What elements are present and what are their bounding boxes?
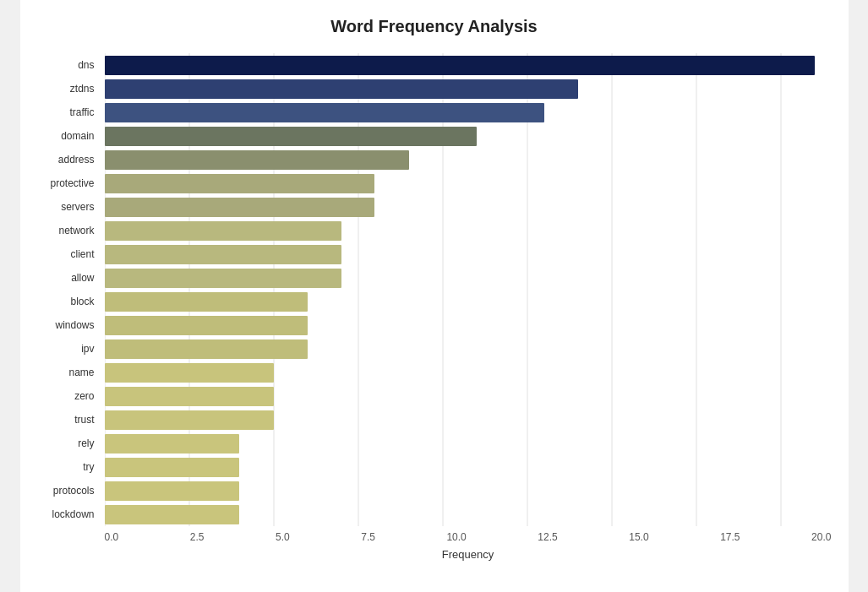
chart-title: Word Frequency Analysis [37,17,832,36]
bar-try [105,458,240,477]
bar-block [105,292,308,312]
y-label-trust: trust [74,408,97,432]
x-ticks: 0.02.55.07.510.012.515.017.520.0 [105,531,832,543]
bar-ipv [105,339,308,359]
y-label-ztdns: ztdns [70,77,98,100]
x-tick-0: 0.0 [105,531,119,543]
bar-row-protective [105,171,832,195]
bar-row-try [105,455,832,479]
bar-protocols [105,481,240,501]
bar-protective [105,174,375,193]
x-axis-title: Frequency [105,548,832,561]
bar-row-client [105,242,832,266]
bar-lockdown [105,505,240,524]
y-label-client: client [70,242,97,266]
y-label-servers: servers [61,195,97,219]
bar-row-address [105,148,832,171]
bar-servers [105,198,375,217]
x-axis-area: 0.02.55.07.510.012.515.017.520.0 Frequen… [105,531,832,561]
y-label-block: block [70,290,97,313]
chart-area: dnsztdnstrafficdomainaddressprotectivese… [37,53,832,526]
bar-allow [105,269,341,288]
bar-row-windows [105,313,832,337]
bar-row-zero [105,384,832,408]
bar-row-lockdown [105,502,832,526]
x-tick-7.5: 7.5 [361,531,375,543]
bar-ztdns [105,79,578,99]
y-labels: dnsztdnstrafficdomainaddressprotectivese… [37,53,105,526]
x-tick-10: 10.0 [446,531,466,543]
bar-row-name [105,361,832,384]
bar-windows [105,316,308,335]
bar-trust [105,410,274,430]
bar-rely [105,434,240,454]
y-label-zero: zero [74,384,97,408]
x-tick-17.5: 17.5 [720,531,740,543]
bar-name [105,363,274,383]
y-label-address: address [58,148,98,171]
bar-row-allow [105,266,832,290]
bar-row-servers [105,195,832,219]
bar-client [105,245,341,264]
chart-container: Word Frequency Analysis dnsztdnstrafficd… [20,0,849,592]
bar-row-traffic [105,100,832,124]
bar-zero [105,387,274,406]
x-tick-2.5: 2.5 [190,531,205,543]
y-label-name: name [68,361,97,384]
y-label-protective: protective [50,171,97,195]
x-tick-15: 15.0 [629,531,648,543]
y-label-ipv: ipv [81,337,97,361]
bar-row-ipv [105,337,832,361]
y-label-windows: windows [55,313,97,337]
bar-dns [105,56,815,75]
y-label-traffic: traffic [69,100,97,124]
y-label-allow: allow [71,266,97,290]
x-tick-12.5: 12.5 [538,531,557,543]
bar-domain [105,127,477,146]
y-label-lockdown: lockdown [52,502,97,526]
bar-row-trust [105,408,832,432]
bar-row-dns [105,53,832,77]
bar-row-network [105,219,832,242]
x-tick-20: 20.0 [811,531,831,543]
bar-network [105,221,341,241]
y-label-domain: domain [61,124,97,148]
y-label-protocols: protocols [53,479,98,502]
y-label-try: try [83,455,97,479]
y-label-rely: rely [78,432,97,455]
y-label-dns: dns [78,53,97,77]
bar-row-ztdns [105,77,832,100]
y-label-network: network [58,219,97,242]
bar-traffic [105,103,544,122]
bar-row-domain [105,124,832,148]
bar-row-block [105,290,832,313]
bar-address [105,150,409,170]
bar-row-protocols [105,479,832,502]
bar-row-rely [105,432,832,455]
bars-area [105,53,832,526]
x-tick-5: 5.0 [276,531,290,543]
